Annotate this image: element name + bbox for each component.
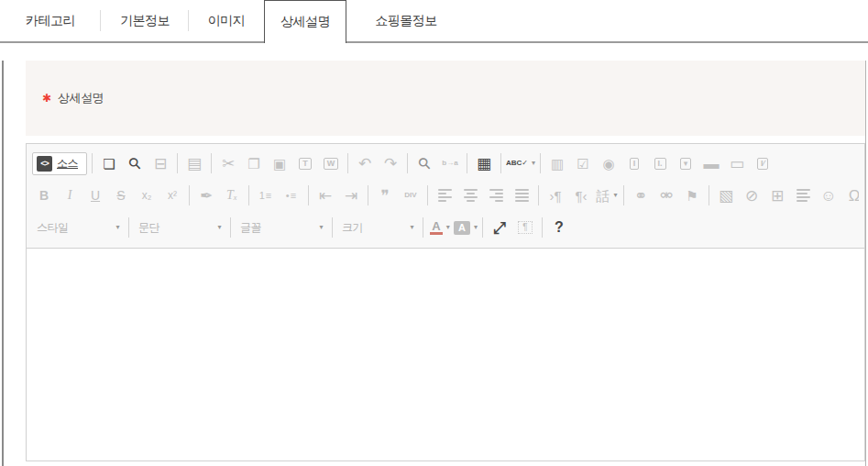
- dropdown-caret-icon: ▾: [115, 224, 119, 231]
- subscript-button[interactable]: x₂: [135, 184, 159, 206]
- paragraph-format-combo[interactable]: 문단▾: [134, 216, 225, 239]
- tab-1[interactable]: 카테고리: [0, 0, 101, 41]
- copy-button[interactable]: ❐: [242, 152, 266, 174]
- maximize-icon: ⤢: [493, 220, 506, 236]
- tab-2[interactable]: 기본정보: [101, 0, 189, 41]
- dropdown-caret-icon: ▾: [410, 224, 413, 231]
- spell-check-icon: ABC✓: [506, 160, 528, 167]
- preview-button[interactable]: ⚲: [123, 152, 147, 174]
- styles-combo[interactable]: 스타일▾: [32, 216, 124, 239]
- bold-button[interactable]: B: [32, 184, 56, 206]
- text-field-button[interactable]: I: [622, 152, 646, 174]
- paste-as-text-button[interactable]: T: [293, 152, 317, 174]
- source-button[interactable]: <>소스: [32, 152, 87, 175]
- toolbar-group: ?: [547, 216, 571, 239]
- show-blocks-button[interactable]: ¶: [513, 216, 537, 239]
- blockquote-button[interactable]: ❞: [373, 184, 397, 206]
- hidden-field-button[interactable]: I∕: [751, 152, 775, 174]
- about-button[interactable]: ?: [547, 216, 571, 239]
- redo-icon: ↷: [384, 156, 397, 172]
- tab-3[interactable]: 이미지: [189, 0, 264, 41]
- hidden-field-icon: I∕: [757, 158, 768, 170]
- language-button[interactable]: 話▾: [595, 184, 619, 206]
- italic-button[interactable]: I: [58, 184, 82, 206]
- new-page-button[interactable]: ❏: [97, 152, 121, 174]
- font-combo[interactable]: 글꼴▾: [236, 216, 327, 239]
- button-field-button[interactable]: ▬: [699, 152, 723, 174]
- div-container-icon: DIV: [404, 192, 416, 199]
- underline-button[interactable]: U: [83, 184, 107, 206]
- text-color-button[interactable]: A▾: [428, 216, 452, 239]
- table-button[interactable]: ⊞: [765, 184, 789, 206]
- smiley-button[interactable]: ☺: [817, 184, 841, 206]
- align-right-icon: [489, 189, 503, 202]
- tab-bar: 카테고리기본정보이미지상세설명쇼핑몰정보: [0, 0, 868, 43]
- strikethrough-button[interactable]: S: [109, 184, 133, 206]
- tab-5[interactable]: 쇼핑몰정보: [346, 0, 466, 41]
- toolbar-separator: [248, 185, 249, 205]
- anchor-button[interactable]: ⚑: [680, 184, 704, 206]
- increase-indent-button[interactable]: ⇥: [339, 184, 363, 206]
- decrease-indent-icon: ⇤: [319, 188, 332, 204]
- toolbar-group: ▦: [472, 152, 496, 174]
- find-button[interactable]: ⚲: [412, 152, 436, 174]
- undo-button[interactable]: ↶: [353, 152, 377, 174]
- numbered-list-button[interactable]: 1≡: [254, 184, 278, 206]
- textarea-button[interactable]: I.: [648, 152, 672, 174]
- checkbox-button[interactable]: ☑: [571, 152, 595, 174]
- toolbar-group: ⚲b→a: [412, 152, 462, 174]
- select-field-button[interactable]: ▾: [674, 152, 698, 174]
- align-center-button[interactable]: [458, 184, 482, 206]
- toolbar-group: ⚭⚮⚑: [629, 184, 704, 206]
- superscript-button[interactable]: x²: [160, 184, 184, 206]
- font-size-combo[interactable]: 크기▾: [337, 216, 418, 239]
- image-button-button[interactable]: ▭: [725, 152, 749, 174]
- subscript-icon: x₂: [142, 190, 152, 201]
- unlink-button[interactable]: ⚮: [654, 184, 678, 206]
- decrease-indent-button[interactable]: ⇤: [313, 184, 337, 206]
- paste-as-text-icon: T: [299, 158, 312, 170]
- paste-button[interactable]: ▣: [268, 152, 291, 174]
- align-right-button[interactable]: [484, 184, 508, 206]
- select-all-button[interactable]: ▦: [472, 152, 496, 174]
- cut-button[interactable]: ✂: [216, 152, 240, 174]
- div-container-button[interactable]: DIV: [399, 184, 423, 206]
- toolbar-group: ABC✓▾: [506, 152, 535, 174]
- toolbar-separator: [482, 217, 483, 238]
- remove-format-button[interactable]: Tₓ: [220, 184, 244, 206]
- form-button[interactable]: ▥: [545, 152, 569, 174]
- text-direction-rtl-button[interactable]: ¶‹: [569, 184, 593, 206]
- special-character-button[interactable]: Ω: [842, 184, 859, 206]
- print-button[interactable]: ⊟: [148, 152, 172, 174]
- link-button[interactable]: ⚭: [629, 184, 653, 206]
- align-justify-button[interactable]: [510, 184, 533, 206]
- radio-button-button[interactable]: ◉: [597, 152, 621, 174]
- templates-button[interactable]: ▤: [182, 152, 206, 174]
- image-button[interactable]: ▧: [714, 184, 738, 206]
- bulleted-list-button[interactable]: •≡: [280, 184, 303, 206]
- toolbar-group: ▧⊘⊞☺Ω⇥: [714, 184, 859, 206]
- paste-from-word-button[interactable]: W: [319, 152, 343, 174]
- align-left-button[interactable]: [433, 184, 456, 206]
- text-direction-ltr-button[interactable]: ›¶: [544, 184, 567, 206]
- horizontal-rule-button[interactable]: [791, 184, 815, 206]
- toolbar-group: ⇤⇥: [313, 184, 363, 206]
- maximize-button[interactable]: ⤢: [488, 216, 511, 239]
- print-icon: ⊟: [154, 156, 167, 172]
- editor-content[interactable]: [27, 249, 864, 460]
- toolbar-separator: [542, 217, 543, 238]
- content-panel: ✱ 상세설명 <>소스❏⚲⊟▤✂❐▣TW↶↷⚲b→a▦ABC✓▾▥☑◉II.▾▬…: [2, 61, 866, 466]
- paragraph-format-combo-label: 문단: [138, 220, 159, 236]
- toolbar-group: ⤢¶: [488, 216, 537, 239]
- link-icon: ⚭: [634, 188, 647, 204]
- dropdown-caret-icon: ▾: [613, 192, 617, 199]
- numbered-list-icon: 1≡: [259, 191, 273, 201]
- copy-formatting-button[interactable]: ✒: [194, 184, 218, 206]
- redo-button[interactable]: ↷: [379, 152, 402, 174]
- toolbar-group: 크기▾: [337, 216, 418, 239]
- spell-check-button[interactable]: ABC✓▾: [506, 152, 535, 174]
- flash-button[interactable]: ⊘: [740, 184, 764, 206]
- tab-4[interactable]: 상세설명: [264, 0, 346, 43]
- background-color-button[interactable]: A▾: [454, 216, 478, 239]
- replace-button[interactable]: b→a: [438, 152, 462, 174]
